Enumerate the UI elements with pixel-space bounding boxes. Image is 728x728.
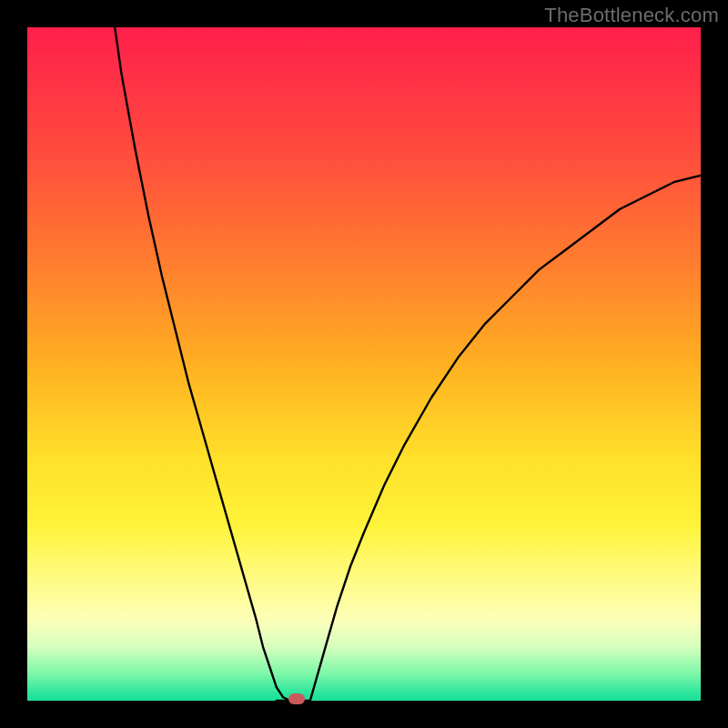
plot-area xyxy=(27,27,701,701)
chart-frame: TheBottleneck.com xyxy=(0,0,728,728)
minimum-marker xyxy=(288,693,305,704)
curve-path xyxy=(115,27,701,701)
watermark-label: TheBottleneck.com xyxy=(544,4,719,27)
bottleneck-curve xyxy=(27,27,701,701)
